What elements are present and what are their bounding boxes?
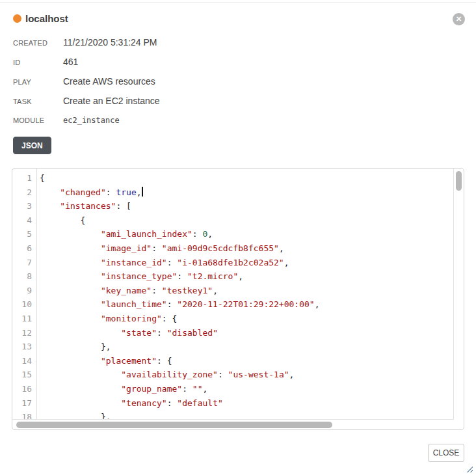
- json-view-toggle-button[interactable]: JSON: [13, 137, 51, 154]
- detail-label: CREATED: [13, 37, 63, 49]
- code-line: "placement": {: [40, 354, 453, 368]
- close-button[interactable]: CLOSE: [428, 444, 464, 462]
- code-line: "key_name": "testkey1",: [40, 284, 453, 298]
- detail-row-created: CREATED 11/21/2020 5:31:24 PM: [13, 36, 463, 49]
- resize-handle-icon[interactable]: [466, 465, 473, 472]
- line-number: 4: [12, 213, 32, 228]
- detail-value-id: 461: [63, 56, 463, 68]
- host-event-modal: localhost ✕ CREATED 11/21/2020 5:31:24 P…: [0, 0, 476, 475]
- code-lines: { "changed": true, "instances": [ { "ami…: [37, 169, 453, 419]
- close-icon[interactable]: ✕: [453, 13, 465, 25]
- code-line: "instances": [: [40, 199, 453, 213]
- line-number: 10: [12, 297, 32, 312]
- close-button-label: CLOSE: [433, 448, 460, 457]
- modal-header: localhost: [13, 13, 446, 24]
- detail-value-play: Create AWS resources: [63, 75, 463, 88]
- line-number: 14: [12, 354, 32, 368]
- code-line: },: [40, 340, 453, 354]
- text-cursor: [142, 187, 143, 197]
- line-number: 2: [12, 185, 32, 200]
- line-number: 7: [12, 256, 32, 270]
- line-number: 5: [12, 227, 32, 241]
- code-line: },: [40, 410, 453, 419]
- line-number: 16: [12, 382, 32, 396]
- line-number: 8: [12, 269, 32, 284]
- detail-value-task: Create an EC2 instance: [63, 95, 463, 107]
- code-line: "launch_time": "2020-11-22T01:29:22+00:0…: [40, 297, 453, 312]
- line-number: 12: [12, 326, 32, 340]
- vertical-scrollbar-thumb[interactable]: [456, 171, 462, 191]
- line-number: 6: [12, 241, 32, 256]
- close-icon-glyph: ✕: [456, 16, 462, 23]
- detail-label: MODULE: [13, 115, 63, 127]
- line-number: 18: [12, 410, 32, 420]
- line-number: 11: [12, 312, 32, 326]
- code-line: "instance_id": "i-01a68dfe1b2c02a52",: [40, 256, 453, 270]
- line-number: 3: [12, 199, 32, 213]
- code-line: "image_id": "ami-09d9c5cdcfb8fc655",: [40, 241, 453, 256]
- code-line: "group_name": "",: [40, 382, 453, 396]
- line-number: 17: [12, 396, 32, 411]
- line-number: 1: [12, 171, 32, 185]
- detail-value-created: 11/21/2020 5:31:24 PM: [63, 36, 463, 49]
- code-line: "monitoring": {: [40, 312, 453, 326]
- code-editor[interactable]: 123456789101112131415161718 { "changed":…: [12, 169, 454, 420]
- code-line: "ami_launch_index": 0,: [40, 227, 453, 241]
- horizontal-scrollbar-thumb[interactable]: [16, 422, 332, 428]
- detail-label: TASK: [13, 96, 63, 108]
- host-status-changed-icon: [13, 14, 21, 23]
- code-line: "tenancy": "default": [40, 396, 453, 411]
- code-gutter: 123456789101112131415161718: [12, 169, 37, 419]
- code-line: "changed": true,: [40, 185, 453, 200]
- event-details: CREATED 11/21/2020 5:31:24 PM ID 461 PLA…: [13, 36, 463, 133]
- code-line: "availability_zone": "us-west-1a",: [40, 368, 453, 382]
- detail-row-task: TASK Create an EC2 instance: [13, 95, 463, 108]
- line-number: 13: [12, 340, 32, 354]
- host-name-title: localhost: [25, 13, 68, 24]
- detail-row-id: ID 461: [13, 56, 463, 69]
- modal-top-divider: [0, 2, 476, 3]
- detail-row-module: MODULE ec2_instance: [13, 115, 463, 127]
- detail-label: ID: [13, 57, 63, 69]
- detail-value-module: ec2_instance: [63, 115, 463, 127]
- code-line: "state": "disabled": [40, 326, 453, 340]
- code-line: {: [40, 171, 453, 185]
- line-number: 9: [12, 284, 32, 298]
- code-line: "instance_type": "t2.micro",: [40, 269, 453, 284]
- json-output-panel: 123456789101112131415161718 { "changed":…: [12, 168, 464, 430]
- line-number: 15: [12, 368, 32, 382]
- detail-label: PLAY: [13, 76, 63, 88]
- detail-row-play: PLAY Create AWS resources: [13, 75, 463, 88]
- code-line: {: [40, 213, 453, 228]
- json-button-label: JSON: [21, 141, 43, 150]
